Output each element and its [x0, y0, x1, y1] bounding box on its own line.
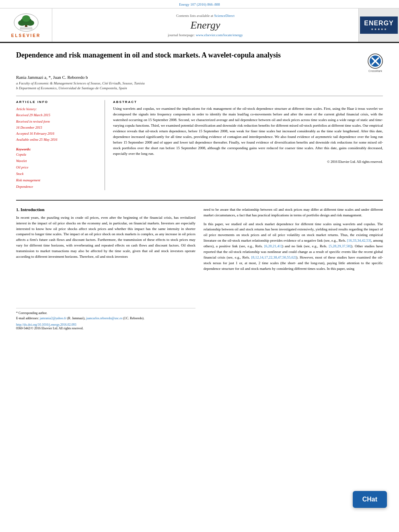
svg-point-5: [22, 15, 30, 22]
issn-line: 0360-5442/© 2016 Elsevier Ltd. All right…: [16, 327, 195, 330]
two-col-layout: ARTICLE INFO Article history: Received 2…: [16, 96, 383, 190]
copyright: © 2016 Elsevier Ltd. All rights reserved…: [113, 160, 383, 164]
affiliation-b: b Department of Economics, Universidad d…: [16, 86, 383, 90]
available-date: Available online 25 May 2016: [16, 137, 97, 143]
intro-paragraph-1: In recent years, the puzzling swing in c…: [16, 215, 195, 260]
elsevier-tree-icon: [10, 12, 42, 33]
elsevier-wordmark: ELSEVIER: [11, 33, 41, 38]
article-title: Dependence and risk management in oil an…: [16, 50, 281, 60]
email-footnote: E-mail addresses: jamrania2@yahoo.fr (R.…: [16, 316, 195, 321]
chat-button[interactable]: CHat: [353, 491, 387, 508]
elsevier-decorative: [10, 12, 42, 33]
corresponding-author: * Corresponding author.: [16, 311, 195, 316]
keyword-stock: Stock: [16, 170, 97, 177]
received-revised-date: 16 December 2015: [16, 125, 97, 131]
main-content: Dependence and risk management in oil an…: [0, 43, 399, 194]
keyword-oilprice: Oil price: [16, 164, 97, 170]
sciencedirect-line: Contents lists available at ScienceDirec…: [176, 14, 234, 18]
energy-logo-box: ENERGY ■ ■ ■ ■ ■: [359, 8, 399, 42]
abstract-label: ABSTRACT: [113, 100, 383, 104]
keyword-riskmanagement: Risk management: [16, 177, 97, 183]
body-right: need to be aware that the relationship b…: [204, 207, 383, 330]
keyword-wavelet: Wavelet: [16, 158, 97, 164]
authors: Rania Jammazi a, *, Juan C. Reboredo b: [16, 75, 383, 80]
body-section: 1. Introduction In recent years, the puz…: [0, 201, 399, 338]
body-left: 1. Introduction In recent years, the puz…: [16, 207, 195, 330]
journal-name: Energy: [190, 19, 220, 31]
received-revised-label: Received in revised form: [16, 119, 97, 125]
crossmark-logo: CrossMark: [368, 53, 383, 72]
svg-rect-7: [21, 27, 31, 28]
journal-header: ELSEVIER Contents lists available at Sci…: [0, 8, 399, 43]
intro-title: 1. Introduction: [16, 207, 195, 212]
keyword-dependence: Dependence: [16, 183, 97, 190]
article-info-column: ARTICLE INFO Article history: Received 2…: [16, 100, 97, 190]
abstract-text: Using wavelets and copulas, we examined …: [113, 106, 383, 156]
chat-button-container[interactable]: CHat: [353, 491, 387, 508]
homepage-line: journal homepage: www.elsevier.com/locat…: [168, 33, 243, 37]
keywords-list: Copula Wavelet Oil price Stock Risk mana…: [16, 151, 97, 190]
intro-paragraph-2-3: need to be aware that the relationship b…: [204, 207, 383, 272]
received-date: Received 29 March 2015: [16, 112, 97, 118]
abstract-column: ABSTRACT Using wavelets and copulas, we …: [113, 100, 383, 190]
elsevier-logo: ELSEVIER: [0, 8, 52, 42]
accepted-date: Accepted 16 February 2016: [16, 131, 97, 137]
energy-logo-text: ENERGY ■ ■ ■ ■ ■: [360, 16, 398, 34]
col-divider: [105, 100, 105, 190]
footnotes-area: * Corresponding author. E-mail addresses…: [16, 308, 195, 330]
history-label: Article history:: [16, 106, 97, 112]
keywords-section: Keywords: Copula Wavelet Oil price Stock…: [16, 147, 97, 190]
keyword-copula: Copula: [16, 151, 97, 158]
journal-citation: Energy 107 (2016) 866–888: [0, 0, 399, 8]
journal-center: Contents lists available at ScienceDirec…: [52, 8, 359, 42]
doi-line: http://dx.doi.org/10.1016/j.energy.2016.…: [16, 323, 195, 327]
keywords-label: Keywords:: [16, 147, 97, 151]
article-history: Article history: Received 29 March 2015 …: [16, 106, 97, 143]
article-info-label: ARTICLE INFO: [16, 100, 97, 104]
affiliation-a: a Faculty of Economic & Management Scien…: [16, 81, 383, 85]
